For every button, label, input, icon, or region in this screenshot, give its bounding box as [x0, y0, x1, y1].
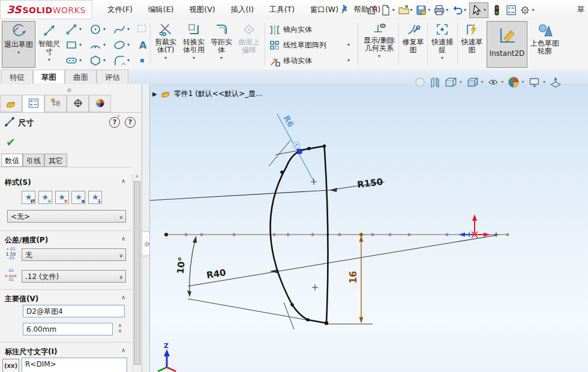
dropdown-arrow-icon[interactable]: ▾ — [220, 54, 223, 62]
dropdown-arrow-icon[interactable]: ▾ — [428, 1, 430, 20]
collapse-chevron-icon[interactable]: ∧ — [121, 178, 125, 184]
display-delete-relations-button[interactable]: 显示/删除几何关系 ▾ — [360, 21, 398, 67]
dropdown-arrow-icon[interactable]: ▾ — [127, 26, 130, 32]
tab-display-manager[interactable] — [89, 95, 111, 112]
dropdown-arrow-icon[interactable]: ▾ — [347, 58, 350, 63]
bottom-edge[interactable] — [308, 320, 326, 323]
panel-scrollbar[interactable]: ∧ — [133, 174, 141, 372]
scrollbar-thumb[interactable] — [134, 181, 140, 365]
collapse-chevron-icon[interactable]: ∧ — [121, 294, 125, 301]
dropdown-arrow-icon[interactable]: ▾ — [378, 52, 380, 60]
value-spinner[interactable]: ∧∨ — [115, 323, 125, 334]
tab-feature-manager[interactable] — [0, 95, 22, 112]
tab-features[interactable]: 特征 — [1, 70, 33, 83]
linear-sketch-pattern-button[interactable]: 线性草图阵列 — [269, 38, 326, 52]
precision-dropdown[interactable]: .12 (文件)∨ — [22, 270, 126, 283]
load-style-button[interactable]: ★↓ — [88, 191, 102, 204]
collapse-chevron-icon[interactable]: ∧ — [121, 235, 125, 242]
tab-value[interactable]: 数值 — [1, 154, 23, 167]
style-dropdown[interactable]: <无>∨ — [7, 210, 126, 223]
centerline[interactable] — [164, 232, 509, 237]
help-icon[interactable]: ? — [125, 117, 136, 128]
style-section-header[interactable]: 样式(S) — [5, 178, 31, 188]
tab-evaluate[interactable]: 评估 — [97, 70, 128, 83]
menu-view[interactable]: 视图(V) — [182, 0, 221, 19]
dimension-text-prefix-button[interactable]: (xx) — [2, 359, 19, 372]
tab-surfaces[interactable]: 曲面 — [65, 70, 97, 83]
delete-style-button[interactable]: ★× — [55, 191, 69, 204]
properties-list-icon[interactable] — [505, 4, 517, 16]
rotate-view-icon[interactable] — [549, 76, 562, 89]
dropdown-arrow-icon[interactable]: ▾ — [532, 1, 534, 20]
print-icon[interactable] — [433, 4, 445, 16]
dimension-value-field[interactable]: 6.00mm — [23, 323, 113, 335]
dropdown-arrow-icon[interactable]: ▾ — [441, 54, 443, 62]
fillet-tool-button[interactable] — [113, 54, 126, 69]
tab-dimxpert-manager[interactable] — [67, 95, 89, 112]
text-tool-button[interactable]: A — [137, 38, 149, 53]
dimension-text-field[interactable]: R<DIM> — [22, 358, 127, 372]
view-settings-icon[interactable] — [527, 76, 542, 88]
expand-arrow-icon[interactable]: ▶ — [152, 91, 157, 97]
flyout-feature-tree[interactable]: ▶零件1 (默认<<默认>_显... — [152, 88, 262, 99]
menu-window[interactable]: 窗口(W) — [304, 0, 345, 19]
dropdown-arrow-icon[interactable]: ▾ — [164, 54, 167, 62]
rectangle-tool-button[interactable] — [65, 38, 78, 53]
tolerance-section-header[interactable]: 公差/精度(P) — [5, 235, 48, 245]
tab-property-manager[interactable] — [22, 95, 44, 112]
dropdown-arrow-icon[interactable]: ▾ — [103, 42, 106, 47]
graphics-area[interactable]: R150 R40 10° 16 — [150, 84, 588, 372]
spinner-up-icon[interactable]: ∧ — [115, 323, 125, 328]
dropdown-arrow-icon[interactable]: ▾ — [446, 1, 448, 20]
collapse-chevron-icon[interactable]: ∧ — [121, 347, 125, 353]
sketch-viewport[interactable]: R150 R40 10° 16 — [150, 84, 588, 372]
ellipse-tool-button[interactable] — [113, 38, 126, 53]
pin-menu-icon[interactable] — [341, 4, 349, 14]
tab-leaders[interactable]: 引线 — [23, 154, 44, 167]
dimension-angle-10[interactable]: 10° — [175, 236, 197, 297]
home-icon[interactable] — [365, 4, 377, 16]
ok-checkmark-button[interactable]: ✔ — [6, 136, 16, 149]
dimension-16[interactable]: 16 — [348, 236, 363, 324]
dropdown-arrow-icon[interactable]: ▾ — [543, 74, 545, 90]
dropdown-arrow-icon[interactable]: ▾ — [127, 42, 130, 47]
dimension-text-section-header[interactable]: 标注尺寸文字(I) — [5, 347, 57, 357]
tab-sketch[interactable]: 草图 — [33, 70, 65, 83]
quick-snaps-button[interactable]: 快速捕捉 ▾ — [428, 21, 456, 67]
appearance-icon[interactable] — [507, 76, 520, 89]
scroll-up-icon[interactable]: ∧ — [133, 174, 140, 179]
zoom-to-fit-icon[interactable] — [414, 76, 426, 88]
dropdown-arrow-icon[interactable]: ▾ — [103, 26, 106, 32]
dropdown-arrow-icon[interactable]: ▾ — [410, 1, 413, 20]
offset-entities-button[interactable]: 等距实体 ▾ — [208, 21, 235, 67]
exit-sketch-button[interactable]: 退出草图 ▾ — [2, 21, 35, 68]
point-tool-button[interactable] — [138, 56, 146, 67]
dropdown-arrow-icon[interactable]: ▾ — [481, 74, 484, 90]
dropdown-arrow-icon[interactable]: ▾ — [521, 74, 524, 90]
traffic-light-icon[interactable] — [491, 4, 503, 16]
tab-configuration-manager[interactable] — [44, 95, 67, 112]
zoom-to-area-icon[interactable] — [428, 76, 442, 88]
select-tool-button[interactable]: ▾ — [469, 2, 488, 18]
spinner-down-icon[interactable]: ∨ — [115, 328, 125, 334]
section-view-icon[interactable] — [444, 76, 458, 89]
menu-tools[interactable]: 工具(T) — [263, 0, 301, 19]
top-edge[interactable] — [304, 146, 325, 150]
apply-default-style-button[interactable]: ★⇄ — [22, 191, 35, 204]
new-document-icon[interactable] — [380, 4, 392, 16]
tab-other[interactable]: 其它 — [44, 154, 67, 167]
dimension-r150[interactable]: R150 — [150, 176, 385, 200]
dropdown-arrow-icon[interactable]: ▾ — [17, 49, 20, 56]
dimension-name-field[interactable]: D2@草图4 — [23, 305, 125, 317]
dropdown-arrow-icon[interactable]: ▾ — [127, 58, 130, 63]
circle-tool-button[interactable] — [89, 23, 102, 38]
slot-tool-button[interactable] — [65, 54, 78, 69]
dropdown-arrow-icon[interactable]: ▾ — [484, 3, 486, 17]
arc-tool-button[interactable] — [89, 38, 102, 53]
trim-entities-button[interactable]: 剪裁实体(T) ▾ — [152, 21, 179, 67]
line-tool-button[interactable] — [65, 23, 78, 38]
dropdown-arrow-icon[interactable]: ▾ — [347, 42, 350, 47]
tolerance-dropdown[interactable]: 无∨ — [22, 248, 126, 261]
save-style-button[interactable]: ★▪ — [71, 191, 85, 204]
primary-value-section-header[interactable]: 主要值(V) — [5, 294, 38, 304]
